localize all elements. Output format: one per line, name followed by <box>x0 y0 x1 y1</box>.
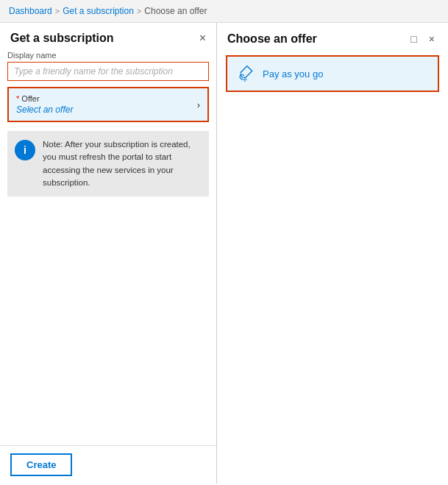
form-area: Display name * Offer Select an offer › i <box>0 51 216 484</box>
offer-card-name: Pay as you go <box>263 68 323 79</box>
offer-card[interactable]: 🏷 Pay as you go <box>226 55 439 92</box>
create-button[interactable]: Create <box>10 453 72 476</box>
offer-label: * Offer <box>16 94 73 103</box>
display-name-wrapper <box>7 62 209 81</box>
left-panel-header: Get a subscription × <box>0 23 216 51</box>
info-icon: i <box>15 140 35 160</box>
display-name-group: Display name <box>7 51 209 81</box>
right-panel-header: Choose an offer □ × <box>217 23 448 52</box>
chevron-right-icon: › <box>197 99 200 110</box>
breadcrumb-sep-1: > <box>55 7 60 15</box>
right-panel: Choose an offer □ × 🏷 Pay as you go <box>217 23 448 484</box>
left-panel: Get a subscription × Display name * Offe… <box>0 23 217 484</box>
right-panel-close-button[interactable]: × <box>426 32 438 46</box>
right-panel-actions: □ × <box>408 32 438 46</box>
offer-placeholder: Select an offer <box>16 105 73 115</box>
left-panel-title: Get a subscription <box>10 32 113 45</box>
display-name-label: Display name <box>7 51 209 60</box>
bottom-bar: Create <box>0 445 216 484</box>
info-note: i Note: After your subscription is creat… <box>7 131 209 197</box>
breadcrumb-get-subscription[interactable]: Get a subscription <box>63 6 134 16</box>
breadcrumb: Dashboard > Get a subscription > Choose … <box>0 0 448 23</box>
display-name-input[interactable] <box>8 63 208 80</box>
minimize-button[interactable]: □ <box>408 32 419 46</box>
offer-selector[interactable]: * Offer Select an offer › <box>7 87 209 122</box>
breadcrumb-current: Choose an offer <box>144 6 207 16</box>
tag-icon: 🏷 <box>233 61 258 86</box>
main-layout: Get a subscription × Display name * Offe… <box>0 23 448 484</box>
breadcrumb-dashboard[interactable]: Dashboard <box>9 6 52 16</box>
left-panel-close-button[interactable]: × <box>199 32 206 44</box>
offer-selector-left: * Offer Select an offer <box>16 94 73 115</box>
info-note-text: Note: After your subscription is created… <box>43 138 202 189</box>
right-panel-title: Choose an offer <box>227 32 317 46</box>
breadcrumb-sep-2: > <box>137 7 141 15</box>
